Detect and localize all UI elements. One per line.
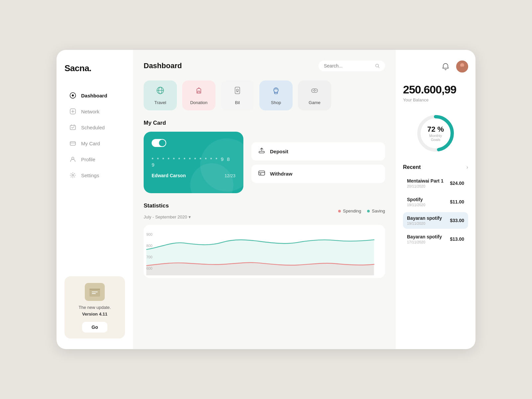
- card-actions: Deposit Withdraw: [251, 142, 385, 183]
- donut-wrapper: 72 % Monthly Goals: [403, 112, 468, 155]
- category-travel[interactable]: Travel: [144, 80, 177, 110]
- card-toggle[interactable]: [152, 139, 235, 147]
- game-icon: [310, 86, 319, 97]
- chart-legend: Spending Saving: [338, 208, 385, 213]
- travel-icon: [156, 86, 165, 97]
- donation-label: Donation: [190, 100, 207, 105]
- dashboard-icon: [69, 92, 76, 99]
- card-holder-name: Edward Carson: [152, 173, 186, 178]
- chart-svg: [146, 230, 382, 275]
- svg-rect-4: [70, 142, 75, 145]
- notification-button[interactable]: [440, 61, 452, 72]
- legend-saving: Saving: [367, 208, 385, 213]
- stats-title: Statistics: [144, 202, 191, 209]
- deposit-icon: [258, 147, 265, 156]
- svg-point-1: [72, 94, 74, 96]
- top-bar: Dashboard: [144, 61, 385, 71]
- search-icon: [375, 63, 380, 68]
- sidebar-item-dashboard[interactable]: Dashboard: [65, 88, 125, 103]
- donation-icon: [194, 86, 203, 97]
- chart-label-600: 600: [146, 266, 152, 270]
- stats-period[interactable]: July - September 2020 ▾: [144, 214, 191, 219]
- my-card-section: My Card * * * * * * * * * * * * * 9 8 9 …: [144, 120, 385, 193]
- category-bill[interactable]: Bil: [221, 80, 254, 110]
- recent-header: Recent ›: [403, 164, 468, 170]
- update-icon: [85, 283, 105, 301]
- category-game[interactable]: Game: [298, 80, 331, 110]
- chevron-down-icon: ▾: [189, 214, 191, 219]
- deposit-button[interactable]: Deposit: [251, 142, 385, 161]
- monthly-goals-pct: 72 %: [425, 125, 447, 134]
- sidebar-item-scheduled[interactable]: Scheduled: [65, 120, 125, 135]
- balance-label: Your Balance: [403, 97, 468, 102]
- app-logo: Sacna.: [65, 63, 125, 73]
- saving-dot: [367, 210, 370, 212]
- svg-rect-8: [89, 289, 100, 290]
- recent-title: Recent: [403, 164, 421, 170]
- card-expiry: 12/23: [224, 173, 235, 178]
- shop-icon: [271, 86, 281, 97]
- donut-center: 72 % Monthly Goals: [425, 125, 447, 142]
- statistics-section: Statistics July - September 2020 ▾ Spend…: [144, 202, 385, 278]
- user-avatar[interactable]: [456, 61, 468, 72]
- recent-item-spotify[interactable]: Spotify 19/11/2020 $11.00: [403, 194, 468, 210]
- stats-header: Statistics July - September 2020 ▾ Spend…: [144, 202, 385, 219]
- chart-label-800: 800: [146, 244, 152, 248]
- category-donation[interactable]: Donation: [182, 80, 215, 110]
- chart-labels: 900 800 700 600: [144, 225, 155, 278]
- monthly-goals-chart: 72 % Monthly Goals: [414, 112, 457, 155]
- category-shop[interactable]: Shop: [259, 80, 293, 110]
- bill-label: Bil: [235, 100, 240, 105]
- top-actions: [403, 61, 468, 72]
- monthly-goals-label: Monthly Goals: [425, 134, 447, 142]
- card-footer: Edward Carson 12/23: [152, 173, 235, 178]
- recent-list: Mentaiwai Part 1 20/11/2020 $24.00 Spoti…: [403, 175, 468, 247]
- search-input[interactable]: [324, 63, 372, 68]
- svg-rect-15: [235, 87, 240, 94]
- sidebar: Sacna. Dashboard Network: [57, 50, 133, 349]
- main-content: Dashboard Travel: [133, 50, 396, 349]
- update-text: The new update. Version 4.11: [79, 304, 111, 317]
- credit-card: * * * * * * * * * * * * * 9 8 9 Edward C…: [144, 132, 243, 193]
- profile-icon: [69, 156, 76, 163]
- sidebar-item-settings-label: Settings: [81, 173, 99, 178]
- spending-dot: [338, 210, 341, 212]
- svg-point-20: [314, 89, 315, 90]
- update-card: The new update. Version 4.11 Go: [65, 276, 125, 338]
- chart-label-900: 900: [146, 232, 152, 236]
- right-panel: 250.600,99 Your Balance 72 % Monthly Goa…: [396, 50, 475, 349]
- recent-item-mentaiwai[interactable]: Mentaiwai Part 1 20/11/2020 $24.00: [403, 175, 468, 192]
- sidebar-item-my-card[interactable]: My Card: [65, 136, 125, 151]
- svg-rect-26: [260, 174, 261, 175]
- legend-spending: Spending: [338, 208, 361, 213]
- sidebar-item-settings[interactable]: Settings: [65, 168, 125, 183]
- withdraw-button[interactable]: Withdraw: [251, 165, 385, 183]
- chart-area: 900 800 700 600: [144, 225, 385, 278]
- recent-item-bayaran1[interactable]: Bayaran spotify 19/11/2020 $33.00: [403, 212, 468, 229]
- nav-menu: Dashboard Network: [65, 88, 125, 271]
- sidebar-item-my-card-label: My Card: [81, 141, 100, 146]
- settings-icon: [69, 172, 76, 179]
- svg-point-22: [316, 90, 317, 91]
- sidebar-item-profile-label: Profile: [81, 157, 95, 162]
- sidebar-item-network[interactable]: Network: [65, 104, 125, 119]
- card-icon: [69, 140, 76, 147]
- svg-rect-24: [259, 171, 265, 175]
- recent-arrow[interactable]: ›: [466, 164, 468, 170]
- sidebar-item-scheduled-label: Scheduled: [81, 125, 105, 130]
- page-title: Dashboard: [144, 62, 182, 70]
- avatar-image: [456, 61, 468, 72]
- withdraw-icon: [258, 169, 265, 178]
- svg-point-6: [72, 175, 74, 176]
- search-box[interactable]: [319, 61, 385, 71]
- scheduled-icon: [69, 124, 76, 131]
- bill-icon: [233, 86, 242, 97]
- svg-point-19: [313, 90, 314, 91]
- svg-point-17: [274, 88, 278, 92]
- sidebar-item-profile[interactable]: Profile: [65, 152, 125, 167]
- recent-item-bayaran2[interactable]: Bayaran spotify 17/11/2020 $13.00: [403, 231, 468, 247]
- card-number: * * * * * * * * * * * * * 9 8 9: [152, 156, 235, 168]
- app-shell: Sacna. Dashboard Network: [57, 50, 475, 349]
- update-go-button[interactable]: Go: [82, 322, 107, 332]
- balance-amount: 250.600,99: [403, 83, 468, 96]
